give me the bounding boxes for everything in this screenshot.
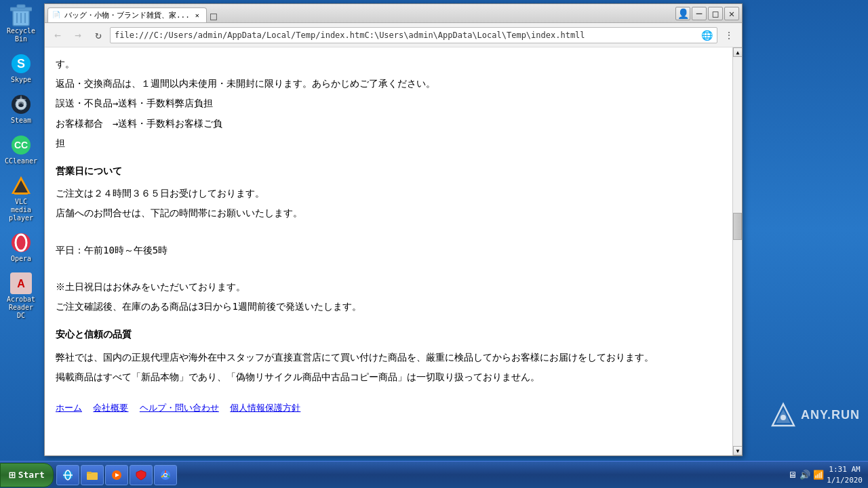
para-2: 誤送・不良品→送料・手数料弊店負担 (56, 95, 722, 112)
address-bar[interactable]: file:///C:/Users/admin/AppData/Local/Tem… (110, 27, 717, 43)
page-body[interactable]: す。 返品・交換商品は、１週間以内未使用・未開封に限ります。あらかじめご了承くだ… (45, 47, 732, 455)
network-tray-icon[interactable]: 🖥 (788, 470, 797, 480)
browser-titlebar: 📄 バッグ・小物・ブランド雑貨、家... ✕ □ 👤 ─ □ ✕ (45, 4, 742, 23)
account-button[interactable]: 👤 (675, 7, 690, 20)
svg-point-33 (164, 474, 167, 476)
svg-text:A: A (17, 278, 25, 289)
svg-rect-28 (87, 472, 92, 474)
svg-rect-2 (17, 5, 25, 8)
section1-p4: ご注文確認後、在庫のある商品は3日から1週間前後で発送いたします。 (56, 298, 722, 315)
scroll-track[interactable] (733, 57, 742, 446)
section2-title: 安心と信頼の品質 (56, 326, 722, 343)
start-icon: ⊞ (9, 468, 16, 481)
minimize-button[interactable]: ─ (692, 7, 707, 20)
taskbar-shield-icon[interactable] (130, 465, 153, 485)
window-controls: 👤 ─ □ ✕ (675, 7, 739, 20)
svg-text:CC: CC (14, 140, 28, 150)
section1-p1: 店舗へのお問合せは、下記の時間帯にお願いいたします。 (56, 205, 722, 222)
footer-link-home[interactable]: ホーム (56, 403, 82, 413)
acrobat-icon[interactable]: A AcrobatReader DC (2, 271, 40, 321)
para-1: 返品・交換商品は、１週間以内未使用・未開封に限ります。あらかじめご了承ください。 (56, 75, 722, 92)
ccleaner-icon[interactable]: CC CCleaner (2, 133, 40, 167)
taskbar-media-icon[interactable] (105, 465, 128, 485)
taskbar-items (56, 465, 783, 485)
anyrun-watermark: ANY.RUN (762, 396, 868, 434)
system-clock[interactable]: 1:31 AM 1/1/2020 (827, 464, 863, 485)
steam-label: Steam (11, 117, 31, 125)
footer-link-privacy[interactable]: 個人情報保護方針 (230, 403, 300, 413)
desktop-icons: Recycle Bin S Skype Steam (0, 0, 42, 321)
taskbar-chrome-icon[interactable] (154, 465, 177, 485)
vertical-scrollbar[interactable]: ▲ ▼ (732, 47, 742, 455)
para-3: お客様都合 →送料・手数料お客様ご負 (56, 115, 722, 132)
skype-label: Skype (11, 76, 31, 84)
address-text: file:///C:/Users/admin/AppData/Local/Tem… (115, 30, 701, 40)
reload-button[interactable]: ↻ (90, 26, 107, 44)
taskbar-system-tray: 🖥 🔊 📶 1:31 AM 1/1/2020 (783, 464, 868, 485)
clock-time: 1:31 AM (827, 464, 863, 474)
vlc-label: VLC mediaplayer (3, 198, 39, 222)
translate-icon[interactable]: 🌐 (701, 29, 713, 41)
para-0: す。 (56, 56, 722, 73)
taskbar: ⊞ Start (0, 461, 868, 488)
section2-p0: 弊社では、国内の正規代理店や海外在中スタッフが直接直営店にて買い付けた商品を、厳… (56, 349, 722, 366)
footer-link-company[interactable]: 会社概要 (93, 403, 128, 413)
start-button[interactable]: ⊞ Start (0, 463, 54, 487)
steam-image (10, 94, 32, 115)
browser-menu-button[interactable]: ⋮ (720, 26, 738, 44)
opera-image (10, 232, 32, 253)
folder-icon (87, 470, 98, 481)
scroll-up-button[interactable]: ▲ (733, 47, 742, 57)
section1-p2: 平日：午前10時～午後5時 (56, 242, 722, 259)
anyrun-logo-icon (770, 401, 797, 428)
volume-tray-icon[interactable]: 🔊 (800, 470, 810, 480)
forward-button[interactable]: → (69, 26, 87, 44)
footer-links: ホーム 会社概要 ヘルプ・問い合わせ 個人情報保護方針 (56, 399, 722, 416)
vlc-icon[interactable]: VLC mediaplayer (2, 174, 40, 224)
new-tab-button[interactable]: □ (207, 9, 220, 22)
section1-p0: ご注文は２４時間３６５日お受けしております。 (56, 185, 722, 202)
shield-icon (136, 470, 146, 481)
footer-link-help[interactable]: ヘルプ・問い合わせ (140, 403, 219, 413)
start-label: Start (18, 470, 45, 480)
desktop: Recycle Bin S Skype Steam (0, 0, 868, 461)
network-wifi-icon[interactable]: 📶 (813, 470, 824, 480)
chrome-icon (160, 470, 171, 481)
recycle-bin-image (10, 4, 32, 26)
steam-icon-desktop[interactable]: Steam (2, 92, 40, 126)
browser-content: す。 返品・交換商品は、１週間以内未使用・未開封に限ります。あらかじめご了承くだ… (45, 47, 742, 455)
skype-image: S (10, 53, 32, 75)
svg-rect-15 (14, 192, 28, 195)
acrobat-label: AcrobatReader DC (3, 296, 39, 320)
scroll-down-button[interactable]: ▼ (733, 446, 742, 455)
taskbar-folder-icon[interactable] (81, 465, 104, 485)
maximize-button[interactable]: □ (708, 7, 723, 20)
new-tab-icon: □ (210, 9, 217, 22)
opera-icon[interactable]: Opera (2, 230, 40, 264)
section2-p1: 掲載商品はすべて「新品本物」であり、「偽物リサイクル商品中古品コピー商品」は一切… (56, 369, 722, 386)
tab-title: バッグ・小物・ブランド雑貨、家... (64, 10, 190, 20)
skype-icon[interactable]: S Skype (2, 52, 40, 85)
tab-close-button[interactable]: ✕ (193, 11, 202, 20)
ccleaner-image: CC (10, 134, 32, 156)
clock-date: 1/1/2020 (827, 475, 863, 485)
vlc-image (10, 175, 32, 197)
tab-favicon-icon: 📄 (52, 11, 62, 20)
scroll-thumb[interactable] (733, 213, 742, 240)
active-tab[interactable]: 📄 バッグ・小物・ブランド雑貨、家... ✕ (47, 7, 207, 22)
navigation-bar: ← → ↻ file:///C:/Users/admin/AppData/Loc… (45, 23, 742, 47)
taskbar-ie-icon[interactable] (56, 465, 79, 485)
close-button[interactable]: ✕ (724, 7, 739, 20)
ie-icon (62, 470, 73, 481)
section1-title: 営業日について (56, 163, 722, 180)
svg-point-16 (12, 233, 31, 252)
svg-point-23 (781, 415, 786, 420)
browser-window: 📄 バッグ・小物・ブランド雑貨、家... ✕ □ 👤 ─ □ ✕ ← → ↻ (44, 3, 743, 456)
back-button[interactable]: ← (49, 26, 66, 44)
ccleaner-label: CCleaner (5, 157, 37, 165)
recycle-bin-label: Recycle Bin (3, 27, 39, 43)
opera-label: Opera (11, 255, 31, 263)
anyrun-text-label: ANY.RUN (801, 408, 860, 422)
section1-p3: ※土日祝日はお休みをいただいております。 (56, 279, 722, 296)
recycle-bin-icon[interactable]: Recycle Bin (2, 3, 40, 45)
